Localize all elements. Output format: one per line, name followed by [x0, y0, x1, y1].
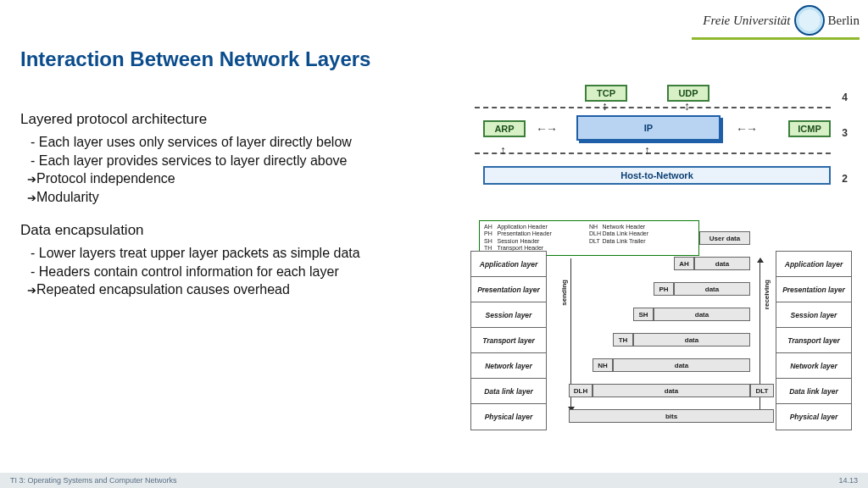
- logo-text-right: Berlin: [828, 14, 860, 28]
- layer-cell: Session layer: [776, 302, 851, 328]
- osi-stack-right: Application layer Presentation layer Ses…: [776, 251, 852, 430]
- layer-number: 2: [842, 173, 848, 185]
- bullet: Each layer uses only services of layer d…: [31, 133, 453, 152]
- icmp-box: ICMP: [788, 120, 831, 137]
- leftright-arrow-icon: ← →: [536, 123, 555, 135]
- bullet-arrow: Protocol independence: [27, 169, 453, 188]
- nh-seg: NH: [593, 358, 613, 372]
- user-data-seg: User data: [699, 231, 750, 245]
- network-layers-diagram: 4 3 2 TCP UDP ARP IP ICMP Host-to-Networ…: [475, 85, 848, 203]
- host-to-network-box: Host-to-Network: [483, 166, 831, 185]
- layer-number: 4: [842, 92, 848, 103]
- leftright-arrow-icon: ← →: [736, 123, 755, 135]
- arp-box: ARP: [483, 120, 526, 137]
- updown-arrow-icon: ↕: [684, 100, 690, 112]
- layer-cell: Data link layer: [471, 379, 546, 404]
- sh-seg: SH: [633, 308, 654, 321]
- updown-arrow-icon: ↕: [602, 100, 608, 112]
- layer-cell: Transport layer: [776, 328, 851, 353]
- osi-stack-left: Application layer Presentation layer Ses…: [470, 251, 547, 430]
- dlt-seg: DLT: [750, 384, 774, 397]
- page-title: Interaction Between Network Layers: [20, 47, 370, 71]
- data-seg: data: [654, 308, 750, 321]
- header-underline: [692, 37, 860, 40]
- ip-box: IP: [576, 115, 721, 141]
- slide-footer: TI 3: Operating Systems and Computer Net…: [0, 473, 868, 488]
- layer-cell: Network layer: [776, 353, 851, 379]
- dlh-seg: DLH: [569, 384, 593, 397]
- data-seg: data: [694, 257, 750, 270]
- data-seg: data: [593, 384, 750, 397]
- layer-cell: Data link layer: [776, 379, 851, 404]
- logo-text-left: Freie Universität: [703, 14, 790, 28]
- layer-cell: Application layer: [776, 252, 851, 277]
- layer-number: 3: [842, 127, 848, 139]
- ph-seg: PH: [654, 282, 674, 296]
- updown-arrow-icon: ↕: [500, 144, 506, 156]
- bullet-arrow: Repeated encapsulation causes overhead: [27, 280, 453, 299]
- university-logo: Freie Universität Berlin: [703, 5, 860, 36]
- th-seg: TH: [613, 333, 633, 347]
- footer-left: TI 3: Operating Systems and Computer Net…: [10, 476, 177, 485]
- section2-heading: Data encapsulation: [20, 221, 453, 241]
- layer-cell: Presentation layer: [471, 277, 546, 302]
- layer-cell: Physical layer: [471, 404, 546, 430]
- layer-cell: Application layer: [471, 252, 546, 277]
- bullet: Headers contain control information for …: [31, 263, 453, 281]
- bits-seg: bits: [569, 409, 774, 423]
- section1-heading: Layered protocol architecture: [20, 110, 453, 130]
- layer-cell: Presentation layer: [776, 277, 851, 302]
- layer-cell: Transport layer: [471, 328, 546, 353]
- bullet: Lower layers treat upper layer packets a…: [31, 244, 453, 263]
- layer-cell: Network layer: [471, 353, 546, 379]
- layer-cell: Session layer: [471, 302, 546, 328]
- ah-seg: AH: [674, 257, 694, 270]
- seal-icon: [794, 5, 825, 36]
- updown-arrow-icon: ↕: [644, 144, 650, 156]
- data-seg: data: [613, 358, 750, 372]
- data-seg: data: [674, 282, 750, 296]
- encapsulation-diagram: AH Application Header PH Presentation He…: [470, 220, 852, 458]
- bullet: Each layer provides services to layer di…: [31, 152, 453, 170]
- body-text: Layered protocol architecture Each layer…: [20, 110, 453, 299]
- footer-right: 14.13: [838, 476, 858, 485]
- data-seg: data: [633, 333, 750, 347]
- bullet-arrow: Modularity: [27, 188, 453, 207]
- layer-cell: Physical layer: [776, 404, 851, 430]
